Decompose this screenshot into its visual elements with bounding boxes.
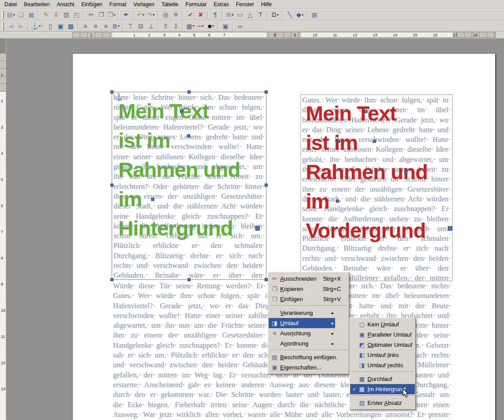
menubar-item[interactable]: Extras — [210, 0, 232, 8]
paste-icon[interactable]: ❒ — [106, 10, 117, 20]
selection-handle[interactable] — [265, 90, 268, 94]
anchor-toolbar-icon[interactable]: ⚓ — [31, 21, 41, 31]
align-left-icon[interactable]: ≡ — [80, 21, 90, 31]
horizontal-ruler-band[interactable]: 1123456789101112131415161718 — [72, 32, 496, 38]
page-preview-icon[interactable]: ◰ — [71, 10, 82, 20]
redo-icon[interactable]: ↷ — [146, 10, 156, 20]
submenu-item[interactable]: ▣ Paralleler Umlauf — [350, 330, 415, 340]
submenu-item[interactable]: ▩ Durchlauf — [350, 374, 415, 384]
insert-text-frame-icon[interactable]: T — [255, 10, 266, 20]
background-color-icon[interactable]: ■ — [206, 21, 216, 31]
export-pdf-icon[interactable]: ⇩ — [51, 10, 61, 20]
selection-handle[interactable] — [255, 226, 260, 231]
bring-to-front-icon[interactable]: ⇧ — [160, 21, 171, 31]
navigator-icon[interactable]: ❖ — [171, 10, 181, 20]
text-frame-background[interactable]: Mein Text ist im Rahmen und im Hintergru… — [112, 92, 266, 280]
selection-handle[interactable] — [337, 140, 340, 143]
anchor-icon[interactable]: ⚓ — [114, 93, 123, 101]
cut-icon[interactable]: ✂ — [86, 10, 96, 20]
menubar-item[interactable]: Hilfe — [258, 0, 275, 8]
selection-handle[interactable] — [336, 200, 339, 203]
undo-icon[interactable]: ↶ — [136, 10, 146, 20]
insert-frame-icon[interactable]: ▭ — [235, 10, 245, 20]
wrap-on-icon[interactable]: ▣ — [55, 21, 66, 31]
wrap-off-icon[interactable]: ▯ — [45, 21, 55, 31]
wrap-through-icon[interactable]: ▩ — [66, 21, 76, 31]
context-menu-item[interactable]: Verankerung — [269, 308, 335, 318]
selection-handle[interactable] — [188, 90, 191, 94]
print-icon[interactable]: ▥ — [61, 10, 71, 20]
context-menu-item[interactable]: ▣ Eigenschaften... — [269, 362, 348, 373]
selection-handle[interactable] — [364, 110, 367, 113]
toolbar-handle[interactable] — [2, 22, 4, 30]
horizontal-ruler[interactable]: 1123456789101112131415161718 — [0, 31, 504, 39]
selection-handle[interactable] — [110, 184, 113, 187]
context-menu-item[interactable]: ≡ Ausrichtung — [269, 328, 335, 338]
toolbar-handle[interactable] — [2, 11, 4, 19]
menubar-item[interactable]: Formular — [182, 0, 210, 8]
forward-icon[interactable]: ▶ — [16, 21, 26, 31]
selection-handle[interactable] — [187, 134, 190, 137]
send-to-back-icon[interactable]: ⇩ — [171, 21, 181, 31]
basic-shapes-icon[interactable]: ◆ — [295, 10, 305, 20]
menubar-item[interactable]: Bearbeiten — [20, 0, 53, 8]
selection-handle[interactable] — [180, 110, 183, 113]
submenu-item[interactable]: ◧ Umlauf links — [350, 350, 415, 360]
special-character-icon[interactable]: Ω — [270, 10, 280, 20]
context-menu-item[interactable]: ◨ Umlauf — [269, 318, 335, 328]
menubar-item[interactable]: Vorlagen — [130, 0, 158, 8]
edit-file-icon[interactable]: ✎ — [41, 10, 51, 20]
frame-properties-icon[interactable]: ▣ — [220, 21, 231, 31]
context-menu-item[interactable]: ✂ Ausschneiden Strg+X — [269, 274, 348, 284]
menubar-item[interactable]: Datei — [1, 0, 20, 8]
selection-handle[interactable] — [188, 278, 191, 281]
selection-handle[interactable] — [448, 226, 452, 231]
submenu-item[interactable]: ▢ Kein Umlauf — [350, 319, 415, 330]
draw-functions-icon[interactable]: △ — [245, 10, 255, 20]
copy-icon[interactable]: ❐ — [96, 10, 106, 20]
align-top-icon[interactable]: ⊤ — [125, 21, 136, 31]
find-replace-icon[interactable]: ◎ — [160, 10, 171, 20]
selection-handle[interactable] — [151, 198, 154, 201]
selection-handle[interactable] — [404, 170, 407, 173]
line-style-icon[interactable]: ┄ — [195, 21, 206, 31]
grid-icon[interactable]: ▦ — [309, 10, 320, 20]
align-middle-icon[interactable]: ⊟ — [136, 21, 146, 31]
save-document-icon[interactable]: ▦ — [26, 10, 36, 20]
submenu-item[interactable]: ▤ Erster Absatz — [350, 398, 415, 408]
context-menu-item[interactable]: Anordnung — [269, 338, 335, 349]
menubar-item[interactable]: Ansicht — [53, 0, 78, 8]
selection-handle[interactable] — [110, 278, 113, 281]
align-center-icon[interactable]: ≡ — [90, 21, 101, 31]
format-paintbrush-icon[interactable]: ✒ — [121, 10, 131, 20]
align-justify-icon[interactable]: ≣ — [111, 21, 121, 31]
selection-handle[interactable] — [373, 140, 376, 143]
new-document-icon[interactable]: ▤ — [6, 10, 16, 20]
vertical-ruler[interactable]: 12345678910111213 — [0, 39, 7, 420]
context-menu-item[interactable]: ❒ Einfügen Strg+V — [269, 294, 348, 304]
menubar-item[interactable]: Einfügen — [78, 0, 105, 8]
insert-table-icon[interactable]: ⊞ — [225, 10, 235, 20]
formatting-marks-icon[interactable]: ¶ — [210, 10, 220, 20]
context-menu-item[interactable]: ❐ Kopieren Strg+C — [269, 284, 348, 294]
link-frames-icon[interactable]: ∞ — [235, 21, 245, 31]
insert-line-icon[interactable]: ╲ — [285, 10, 295, 20]
menubar-item[interactable]: Fenster — [232, 0, 258, 8]
open-document-icon[interactable]: ❏ — [16, 10, 26, 20]
back-icon[interactable]: ◀ — [6, 21, 16, 31]
selection-handle[interactable] — [265, 278, 268, 281]
context-menu-item[interactable]: ▤ Beschriftung einfügen... — [269, 352, 348, 362]
borders-icon[interactable]: ▦ — [185, 21, 195, 31]
frame-left-body-text[interactable]: hörte· leise· Schritte· hinter· sich.· D… — [112, 92, 266, 279]
selection-handle[interactable] — [265, 184, 268, 187]
menubar-item[interactable]: Format — [106, 0, 130, 8]
submenu-item[interactable]: ◩ Optimaler Umlauf — [350, 340, 415, 350]
submenu-item[interactable]: ◨ Umlauf rechts — [350, 360, 415, 370]
spellcheck-icon[interactable]: ✔ — [185, 10, 195, 20]
selection-handle[interactable] — [110, 90, 113, 94]
menubar-item[interactable]: Tabelle — [158, 0, 182, 8]
text-frame-foreground[interactable]: Gutes.· Wer· würde· ihm· schon· folgen,·… — [301, 94, 453, 281]
frame-right-big-text[interactable]: Mein Text ist im Rahmen und im Vordergru… — [306, 99, 428, 245]
auto-spellcheck-icon[interactable]: ✘ — [195, 10, 206, 20]
align-bottom-icon[interactable]: ⊥ — [146, 21, 156, 31]
